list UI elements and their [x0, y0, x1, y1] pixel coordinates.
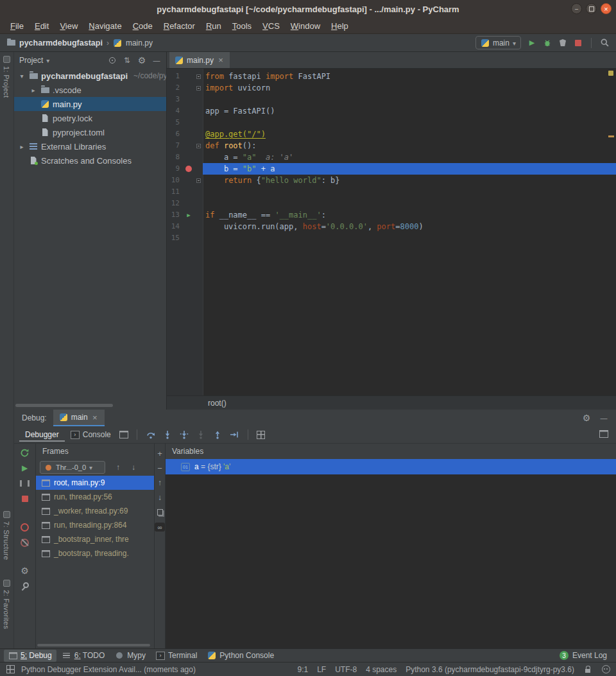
gutter-cell[interactable] — [184, 105, 194, 117]
run-line-icon[interactable]: ▶ — [187, 209, 190, 221]
menu-item-help[interactable]: Help — [326, 20, 354, 32]
event-log-button[interactable]: 3 Event Log — [560, 651, 612, 660]
gutter-cell[interactable] — [184, 71, 194, 82]
tree-item-main-py[interactable]: main.py — [14, 97, 166, 111]
tab-console[interactable]: Console — [65, 428, 117, 442]
editor-tab-main-py[interactable]: main.py — [169, 52, 230, 68]
code-text[interactable] — [203, 94, 616, 105]
code-line-6[interactable]: 6@app.get("/") — [167, 128, 616, 140]
code-line-8[interactable]: 8 a = "a" a: 'a' — [167, 152, 616, 163]
code-line-3[interactable]: 3 — [167, 94, 616, 105]
code-line-5[interactable]: 5 — [167, 117, 616, 128]
mute-breakpoints-icon[interactable] — [21, 538, 30, 547]
code-line-7[interactable]: 7def root(): — [167, 140, 616, 152]
code-line-13[interactable]: 13▶if __name__ == '__main__': — [167, 209, 616, 221]
watch-up-icon[interactable] — [155, 478, 164, 487]
evaluate-icon[interactable] — [155, 523, 165, 532]
fold-cell[interactable] — [194, 82, 203, 94]
frame-row-run-thread-py-56[interactable]: run, thread.py:56 — [36, 490, 154, 504]
tree-item-poetry-lock[interactable]: poetry.lock — [14, 111, 166, 125]
remove-icon[interactable] — [155, 464, 164, 472]
status-message[interactable]: Python Debugger Extension Avail... (mome… — [21, 665, 196, 674]
debug-session-tab[interactable]: main — [53, 410, 105, 426]
locate-icon[interactable] — [108, 56, 117, 65]
gutter-cell[interactable] — [184, 140, 194, 152]
code-editor[interactable]: 1from fastapi import FastAPI2import uvic… — [167, 69, 616, 395]
gutter-cell[interactable] — [184, 198, 194, 209]
coverage-icon[interactable] — [558, 39, 567, 48]
toolwindow-button-5-debug[interactable]: 5: Debug — [4, 650, 56, 662]
project-horizontal-scrollbar[interactable] — [15, 404, 113, 407]
menu-item-window[interactable]: Window — [286, 20, 325, 32]
gutter-cell[interactable] — [184, 82, 194, 94]
hide-icon[interactable] — [152, 56, 161, 65]
menu-item-tools[interactable]: Tools — [227, 20, 257, 32]
frame-up-icon[interactable] — [114, 463, 123, 472]
pin-icon[interactable] — [21, 582, 30, 591]
pause-icon[interactable] — [20, 479, 30, 488]
gutter-cell[interactable] — [184, 232, 194, 244]
code-line-10[interactable]: 10 return {"hello world": b} — [167, 175, 616, 186]
gutter-cell[interactable] — [184, 175, 194, 186]
collapse-icon[interactable] — [123, 56, 132, 65]
code-text[interactable]: if __name__ == '__main__': — [203, 209, 616, 221]
fold-icon[interactable] — [196, 178, 201, 183]
code-text[interactable]: from fastapi import FastAPI — [203, 71, 616, 82]
gutter-cell[interactable]: ▶ — [184, 209, 194, 221]
stripe-button-favorites[interactable]: 2: Favorites — [3, 580, 10, 629]
settings-icon[interactable] — [582, 413, 591, 422]
tree-item-pycharmdebugfastapi[interactable]: ▾pycharmdebugfastapi~/code/pycharmdebugf… — [14, 69, 166, 83]
code-line-2[interactable]: 2import uvicorn — [167, 82, 616, 94]
fold-icon[interactable] — [196, 86, 201, 91]
close-session-icon[interactable] — [91, 413, 99, 422]
code-text[interactable]: def root(): — [203, 140, 616, 152]
resume-icon[interactable] — [21, 464, 30, 472]
tree-toggle-icon[interactable]: ▸ — [18, 143, 26, 150]
code-line-11[interactable]: 11 — [167, 186, 616, 198]
toolwindow-switcher-icon[interactable] — [6, 665, 15, 674]
code-text[interactable]: app = FastAPI() — [203, 105, 616, 117]
force-step-into-icon[interactable] — [196, 430, 206, 439]
debug-bug-icon[interactable] — [543, 39, 552, 48]
step-out-icon[interactable] — [212, 430, 223, 439]
error-stripe-mark-icon[interactable] — [608, 135, 614, 137]
code-line-9[interactable]: 9 b = "b" + a — [167, 163, 616, 175]
fold-icon[interactable] — [196, 74, 201, 79]
tree-item-external-libraries[interactable]: ▸External Libraries — [14, 139, 166, 153]
code-text[interactable]: b = "b" + a — [203, 163, 616, 175]
variable-row-a[interactable]: a = {str} 'a' — [166, 459, 616, 474]
gutter-cell[interactable] — [184, 94, 194, 105]
code-text[interactable]: @app.get("/") — [203, 128, 616, 140]
code-line-4[interactable]: 4app = FastAPI() — [167, 105, 616, 117]
code-line-12[interactable]: 12 — [167, 198, 616, 209]
code-line-15[interactable]: 15 — [167, 232, 616, 244]
menu-item-navigate[interactable]: Navigate — [83, 20, 126, 32]
line-ending[interactable]: LF — [317, 665, 326, 674]
interpreter[interactable]: Python 3.6 (pycharmdebugfastapi-9cdjtyrg… — [406, 665, 574, 674]
fold-icon[interactable] — [196, 144, 201, 148]
breadcrumb-function[interactable]: root() — [208, 399, 227, 408]
frame-row-bootstrap-threading[interactable]: _bootstrap, threading. — [36, 546, 154, 560]
code-text[interactable] — [203, 186, 616, 198]
tree-toggle-icon[interactable]: ▾ — [18, 73, 26, 80]
frame-down-icon[interactable] — [129, 463, 138, 472]
caret-position[interactable]: 9:1 — [297, 665, 308, 674]
run-to-cursor-icon[interactable] — [229, 430, 239, 439]
tree-item-pyproject-toml[interactable]: pyproject.toml — [14, 125, 166, 139]
menu-item-file[interactable]: File — [5, 20, 29, 32]
maximize-icon[interactable] — [586, 3, 597, 14]
menu-item-code[interactable]: Code — [128, 20, 158, 32]
view-breakpoints-icon[interactable] — [21, 523, 30, 532]
menu-item-vcs[interactable]: VCS — [257, 20, 285, 32]
step-into-icon[interactable] — [162, 430, 173, 439]
toolwindow-button-python-console[interactable]: Python Console — [203, 650, 278, 662]
menu-item-edit[interactable]: Edit — [30, 20, 54, 32]
frame-row-root-main-py-9[interactable]: root, main.py:9 — [36, 476, 154, 490]
thread-selector[interactable]: Thr...-0_0 — [40, 461, 105, 474]
stop-icon[interactable] — [574, 39, 583, 48]
code-text[interactable]: a = "a" a: 'a' — [203, 152, 616, 163]
frame-row-run-threading-py-864[interactable]: run, threading.py:864 — [36, 518, 154, 532]
project-panel-title[interactable]: Project — [19, 56, 43, 65]
code-text[interactable]: uvicorn.run(app, host='0.0.0.0', port=80… — [203, 221, 616, 232]
menu-item-view[interactable]: View — [55, 20, 83, 32]
